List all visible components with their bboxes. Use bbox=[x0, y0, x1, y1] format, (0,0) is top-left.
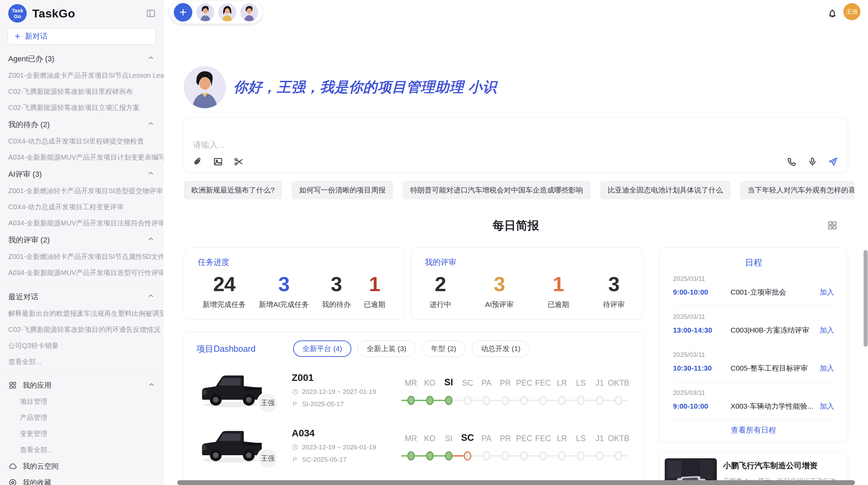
agent-avatar-1[interactable] bbox=[196, 3, 214, 21]
stat-value: 3 bbox=[603, 273, 625, 296]
milestone-label: KO bbox=[424, 375, 435, 388]
schedule-time: 10:30-11:30 bbox=[673, 364, 731, 372]
list-item[interactable]: C0X4-动力总成开发项目工程变更评审 bbox=[0, 199, 164, 215]
sidebar-item-favorites[interactable]: 我的收藏 bbox=[0, 474, 164, 485]
milestone-label: MR bbox=[405, 375, 417, 388]
milestone-label: LR bbox=[557, 430, 567, 443]
mic-icon[interactable] bbox=[807, 157, 818, 167]
list-item[interactable]: A034-全新新能源MUV产品开发项目造型可行性评审 bbox=[0, 265, 164, 281]
image-icon[interactable] bbox=[213, 157, 223, 167]
milestone-label: FEC bbox=[535, 430, 551, 443]
schedule-item: 2025/03/11 9:00-10:00 C001-立项审批会 加入 bbox=[659, 268, 848, 306]
app-item-change-mgmt[interactable]: 变更管理 bbox=[0, 426, 164, 442]
list-item[interactable]: Z001-全新燃油轻卡产品开发项目SI造型提交物评审 bbox=[0, 183, 164, 199]
list-item[interactable]: A034-全新新能源MUV产品开发项目法规符合性评审 bbox=[0, 215, 164, 231]
view-all-recent[interactable]: 查看全部... bbox=[0, 354, 164, 370]
notifications-bell-icon[interactable] bbox=[827, 8, 838, 21]
list-item[interactable]: A034-全新新能源MUV产品开发项目计划变更表编写 bbox=[0, 149, 164, 165]
stat-value: 3 bbox=[259, 273, 309, 296]
stat-label: 新增AI完成任务 bbox=[259, 300, 309, 309]
phone-icon[interactable] bbox=[787, 157, 797, 167]
section-my-todo[interactable]: 我的待办 (2) bbox=[0, 116, 164, 133]
owner-name: 王强 bbox=[261, 398, 275, 408]
milestone-j1: J1 bbox=[590, 430, 609, 461]
suggestion-chip[interactable]: 特朗普可能对进口汽车增税会对中国车企造成哪些影响 bbox=[403, 181, 591, 199]
horizontal-scrollbar[interactable] bbox=[177, 480, 855, 485]
list-item[interactable]: C02-飞腾新能源轻客改款项目立项汇报方案 bbox=[0, 100, 164, 116]
chevron-up-icon[interactable] bbox=[147, 235, 155, 245]
join-link[interactable]: 加入 bbox=[820, 401, 834, 411]
project-row[interactable]: 王强 A034 2023-12-19 ~ 2026-01-19 SC-2025-… bbox=[196, 423, 631, 468]
chevron-up-icon[interactable] bbox=[147, 120, 155, 129]
add-agent-button[interactable]: + bbox=[174, 3, 192, 22]
list-item[interactable]: 解释最新出台的欧盟报废车法规再生塑料比例被调至15%... bbox=[0, 306, 164, 322]
sidebar-item-cloud-space[interactable]: 我的云空间 bbox=[0, 458, 164, 474]
milestone-pec: PEC bbox=[515, 430, 533, 461]
stat-value: 1 bbox=[547, 273, 569, 296]
project-row[interactable]: 王强 Z001 2023-12-19 ~ 2027-01-19 SI-2025-… bbox=[196, 368, 631, 412]
milestone-track: MRKOSISCPAPRPECFECLRLSJ1OKTB bbox=[395, 375, 631, 406]
stat-value: 24 bbox=[203, 273, 246, 296]
milestone-j1: J1 bbox=[590, 375, 609, 406]
milestone-label: PEC bbox=[516, 375, 532, 388]
schedule-time: 9:00-10:00 bbox=[673, 288, 731, 296]
section-my-apps[interactable]: 我的应用 bbox=[0, 377, 164, 394]
section-agent-done[interactable]: Agent已办 (3) bbox=[0, 50, 164, 67]
project-dates: 2023-12-19 ~ 2026-01-19 bbox=[302, 444, 376, 451]
scissors-icon[interactable] bbox=[233, 157, 244, 167]
milestone-label: PEC bbox=[516, 430, 532, 443]
milestone-oktb: OKTB bbox=[609, 430, 628, 461]
milestone-dot bbox=[596, 451, 603, 461]
agent-avatar-2[interactable] bbox=[218, 3, 236, 21]
join-link[interactable]: 加入 bbox=[820, 363, 834, 373]
view-all-schedule-link[interactable]: 查看所有日程 bbox=[659, 425, 848, 435]
greeting: 你好，王强，我是你的项目管理助理 小识 bbox=[184, 66, 497, 108]
view-all-apps[interactable]: 查看全部.. bbox=[0, 442, 164, 458]
vertical-scrollbar[interactable] bbox=[864, 250, 868, 347]
project-dashboard-card: 项目Dashboard 全新平台 (4) 全新上装 (3) 年型 (2) 动总开… bbox=[184, 332, 643, 485]
chevron-up-icon[interactable] bbox=[147, 292, 155, 302]
stat-ai-prereview: 3 AI预评审 bbox=[485, 273, 514, 309]
send-icon[interactable] bbox=[828, 157, 838, 167]
suggestion-chip[interactable]: 当下年轻人对汽车外观有怎样的喜好趋势 bbox=[740, 181, 854, 199]
list-item[interactable]: C0X4-动力总成开发项目SI里程碑提交物检查 bbox=[0, 133, 164, 149]
milestone-label: J1 bbox=[595, 375, 604, 388]
suggestion-chip[interactable]: 欧洲新规最近颁布了什么? bbox=[184, 181, 282, 199]
milestone-dot bbox=[426, 396, 434, 405]
list-item[interactable]: C02-飞腾新能源轻客改款项目的闭环通告反馈情况 bbox=[0, 322, 164, 338]
section-ai-review[interactable]: AI评审 (3) bbox=[0, 165, 164, 183]
suggestion-chip[interactable]: 如何写一份清晰的项目周报 bbox=[292, 181, 393, 199]
app-item-product-mgmt[interactable]: 产品管理 bbox=[0, 410, 164, 426]
app-item-project-mgmt[interactable]: 项目管理 bbox=[0, 394, 164, 410]
milestone-lr: LR bbox=[553, 375, 571, 406]
chat-input[interactable]: 请输入... bbox=[193, 139, 225, 150]
chevron-up-icon[interactable] bbox=[147, 54, 155, 64]
sidebar-collapse-icon[interactable] bbox=[146, 8, 156, 18]
list-item[interactable]: C02-飞腾新能源轻客改款项目里程碑画布 bbox=[0, 84, 164, 100]
suggestion-chip[interactable]: 比亚迪全固态电池计划具体说了什么 bbox=[600, 181, 731, 199]
section-my-review[interactable]: 我的评审 (2) bbox=[0, 231, 164, 249]
filter-powertrain[interactable]: 动总开发 (1) bbox=[472, 340, 530, 357]
layout-grid-icon[interactable] bbox=[827, 220, 838, 232]
new-chat-button[interactable]: + 新对话 bbox=[8, 28, 156, 45]
milestone-sc: SC bbox=[458, 430, 477, 461]
join-link[interactable]: 加入 bbox=[820, 287, 834, 297]
list-item[interactable]: Z001-全新燃油皮卡产品开发项目SI节点Lesson Learn报告 bbox=[0, 67, 164, 84]
filter-new-platform[interactable]: 全新平台 (4) bbox=[293, 340, 351, 357]
my-review-card: 我的评审 2 进行中 3 AI预评审 1 已逾期 3 待评审 bbox=[411, 248, 643, 320]
user-avatar[interactable]: 王强 bbox=[843, 3, 860, 20]
schedule-item: 2025/03/11 10:30-11:30 C005-整车工程目标评审 加入 bbox=[659, 344, 848, 382]
milestone-dot bbox=[558, 451, 566, 461]
section-recent-chats[interactable]: 最近对话 bbox=[0, 288, 164, 306]
list-item[interactable]: 公司Q3轻卡销量 bbox=[0, 338, 164, 354]
paperclip-icon[interactable] bbox=[192, 157, 203, 167]
chat-composer[interactable]: 请输入... bbox=[184, 117, 848, 173]
filter-year-model[interactable]: 年型 (2) bbox=[422, 340, 466, 357]
list-item[interactable]: Z001-全新燃油轻卡产品开发项目SI节点属性5D文件评审 bbox=[0, 249, 164, 265]
stat-label: 已逾期 bbox=[364, 300, 385, 309]
filter-new-body[interactable]: 全新上装 (3) bbox=[358, 340, 416, 357]
chevron-up-icon[interactable] bbox=[147, 170, 155, 179]
chevron-up-icon[interactable] bbox=[148, 381, 155, 390]
agent-avatar-3[interactable] bbox=[240, 3, 258, 21]
join-link[interactable]: 加入 bbox=[820, 325, 834, 335]
